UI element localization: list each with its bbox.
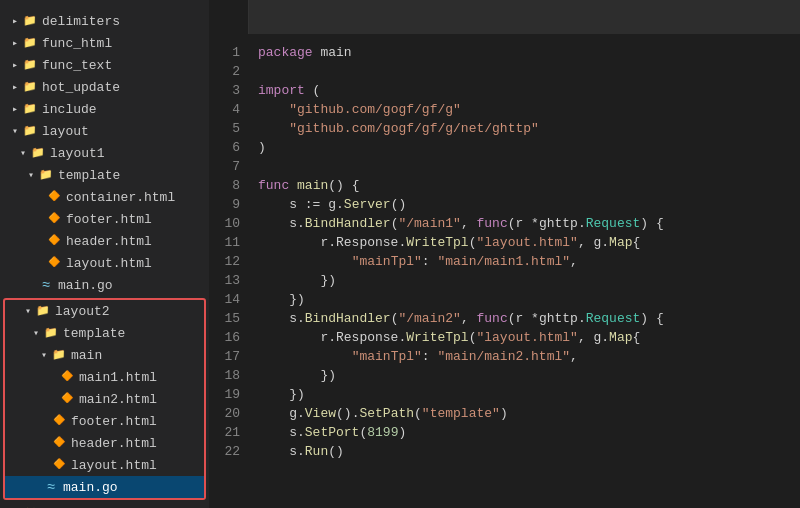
tree-item-label: header.html	[66, 234, 152, 249]
line-number: 1	[210, 43, 240, 62]
tree-item-label: main2.html	[79, 392, 157, 407]
sidebar-item-header_html[interactable]: 🔶header.html	[0, 230, 209, 252]
sidebar-header	[0, 0, 209, 10]
line-number: 7	[210, 157, 240, 176]
sidebar-item-footer_html[interactable]: 🔶footer.html	[0, 208, 209, 230]
line-number: 17	[210, 347, 240, 366]
sidebar-item-main_folder[interactable]: ▾📁main	[5, 344, 204, 366]
line-number: 18	[210, 366, 240, 385]
sidebar-item-main1_html[interactable]: 🔶main1.html	[5, 366, 204, 388]
code-line: r.Response.WriteTpl("layout.html", g.Map…	[258, 233, 800, 252]
sidebar-item-delimiters[interactable]: ▸📁delimiters	[0, 10, 209, 32]
folder-icon: 📁	[30, 145, 46, 161]
sidebar-item-func_html[interactable]: ▸📁func_html	[0, 32, 209, 54]
html-icon: 🔶	[46, 189, 62, 205]
code-area: 12345678910111213141516171819202122 pack…	[210, 35, 800, 508]
code-line: g.View().SetPath("template")	[258, 404, 800, 423]
line-number: 5	[210, 119, 240, 138]
html-icon: 🔶	[46, 233, 62, 249]
line-number: 15	[210, 309, 240, 328]
sidebar-item-layout2_html[interactable]: 🔶layout.html	[5, 454, 204, 476]
tree-arrow: ▸	[8, 59, 22, 71]
html-icon: 🔶	[51, 413, 67, 429]
tree-item-label: func_html	[42, 36, 112, 51]
line-number: 6	[210, 138, 240, 157]
tree-item-label: hot_update	[42, 80, 120, 95]
line-numbers: 12345678910111213141516171819202122	[210, 43, 250, 508]
sidebar-item-include[interactable]: ▸📁include	[0, 98, 209, 120]
code-line: s.SetPort(8199)	[258, 423, 800, 442]
html-icon: 🔶	[51, 435, 67, 451]
folder-icon: 📁	[38, 167, 54, 183]
tree-item-label: include	[42, 102, 97, 117]
folder-icon: 📁	[35, 303, 51, 319]
sidebar-item-hot_update[interactable]: ▸📁hot_update	[0, 76, 209, 98]
code-line: func main() {	[258, 176, 800, 195]
code-line: })	[258, 290, 800, 309]
tree-item-label: footer.html	[71, 414, 157, 429]
html-icon: 🔶	[46, 211, 62, 227]
sidebar-item-main_go_2[interactable]: ≈main.go	[5, 476, 204, 498]
line-number: 21	[210, 423, 240, 442]
tree-arrow: ▸	[8, 81, 22, 93]
line-number: 10	[210, 214, 240, 233]
tree-item-label: footer.html	[66, 212, 152, 227]
sidebar-item-main2_html[interactable]: 🔶main2.html	[5, 388, 204, 410]
sidebar-item-footer2_html[interactable]: 🔶footer.html	[5, 410, 204, 432]
tree-arrow: ▸	[8, 37, 22, 49]
tree-item-label: func_text	[42, 58, 112, 73]
sidebar-item-object[interactable]: ▸📁object	[0, 502, 209, 508]
tree-arrow: ▾	[16, 147, 30, 159]
code-line	[258, 157, 800, 176]
code-line: "github.com/gogf/gf/g"	[258, 100, 800, 119]
file-tree: ▸📁delimiters▸📁func_html▸📁func_text▸📁hot_…	[0, 10, 209, 508]
code-line: "mainTpl": "main/main1.html",	[258, 252, 800, 271]
tree-arrow: ▾	[21, 305, 35, 317]
folder-icon: 📁	[22, 101, 38, 117]
sidebar-item-main_go_1[interactable]: ≈main.go	[0, 274, 209, 296]
tree-item-label: layout.html	[66, 256, 152, 271]
highlighted-section: ▾📁layout2▾📁template▾📁main🔶main1.html🔶mai…	[3, 298, 206, 500]
tab-main-go[interactable]	[210, 0, 249, 34]
sidebar-item-layout1[interactable]: ▾📁layout1	[0, 142, 209, 164]
sidebar-item-layout1_template[interactable]: ▾📁template	[0, 164, 209, 186]
code-content: package main import ( "github.com/gogf/g…	[250, 43, 800, 508]
code-line: r.Response.WriteTpl("layout.html", g.Map…	[258, 328, 800, 347]
sidebar-item-layout[interactable]: ▾📁layout	[0, 120, 209, 142]
line-number: 14	[210, 290, 240, 309]
tree-item-label: container.html	[66, 190, 175, 205]
tree-item-label: header.html	[71, 436, 157, 451]
tree-arrow: ▾	[29, 327, 43, 339]
sidebar-item-layout_html[interactable]: 🔶layout.html	[0, 252, 209, 274]
code-line: )	[258, 138, 800, 157]
tree-item-label: layout1	[50, 146, 105, 161]
sidebar-item-func_text[interactable]: ▸📁func_text	[0, 54, 209, 76]
code-line: s := g.Server()	[258, 195, 800, 214]
code-line: "mainTpl": "main/main2.html",	[258, 347, 800, 366]
folder-icon: 📁	[22, 35, 38, 51]
sidebar-item-container_html[interactable]: 🔶container.html	[0, 186, 209, 208]
line-number: 19	[210, 385, 240, 404]
sidebar-item-header2_html[interactable]: 🔶header.html	[5, 432, 204, 454]
line-number: 11	[210, 233, 240, 252]
go-icon: ≈	[38, 277, 54, 293]
sidebar-item-layout2[interactable]: ▾📁layout2	[5, 300, 204, 322]
tree-item-label: delimiters	[42, 14, 120, 29]
code-line: import (	[258, 81, 800, 100]
line-number: 20	[210, 404, 240, 423]
folder-icon: 📁	[22, 57, 38, 73]
tree-item-label: template	[63, 326, 125, 341]
sidebar: ▸📁delimiters▸📁func_html▸📁func_text▸📁hot_…	[0, 0, 210, 508]
tree-item-label: layout.html	[71, 458, 157, 473]
go-icon: ≈	[43, 479, 59, 495]
folder-icon: 📁	[22, 13, 38, 29]
folder-icon: 📁	[22, 79, 38, 95]
sidebar-item-layout2_template[interactable]: ▾📁template	[5, 322, 204, 344]
line-number: 4	[210, 100, 240, 119]
tree-item-label: layout2	[55, 304, 110, 319]
folder-icon: 📁	[43, 325, 59, 341]
line-number: 13	[210, 271, 240, 290]
tree-item-label: main	[71, 348, 102, 363]
line-number: 8	[210, 176, 240, 195]
line-number: 22	[210, 442, 240, 461]
